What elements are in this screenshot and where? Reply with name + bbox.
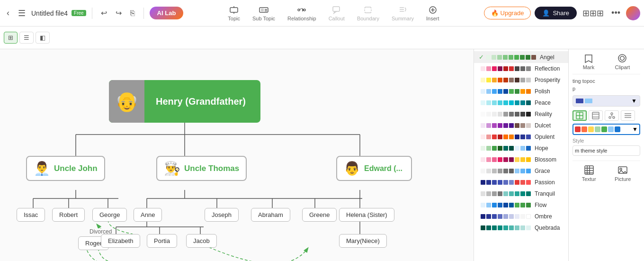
- leaf-helena[interactable]: Helena (Sister): [339, 208, 394, 222]
- back-button[interactable]: ‹: [4, 6, 12, 20]
- right-text2: p: [572, 86, 640, 91]
- theme-angel[interactable]: ✓ Angel: [474, 51, 568, 63]
- leaf-george[interactable]: George: [92, 208, 127, 222]
- theme-grace[interactable]: Grace: [474, 165, 568, 177]
- svg-point-50: [611, 113, 613, 115]
- leaf-mary[interactable]: Mary(Niece): [339, 234, 387, 248]
- passion-swatches: [481, 180, 531, 185]
- color-bar-container[interactable]: ▼: [572, 124, 640, 135]
- ai-lab-button[interactable]: AI Lab: [150, 7, 184, 19]
- share-button[interactable]: 👤 Share: [535, 7, 577, 19]
- theme-quebrada-label: Quebrada: [535, 225, 568, 231]
- tool-insert[interactable]: Insert: [420, 3, 445, 23]
- grid-button[interactable]: ⊞⊞⊞: [581, 6, 606, 20]
- tool-callout[interactable]: Callout: [323, 3, 350, 23]
- menu-button[interactable]: ☰: [15, 6, 28, 20]
- right-panel: Mark Clipart ting topoc p ▼: [568, 49, 644, 261]
- theme-hope[interactable]: Hope: [474, 143, 568, 154]
- layout-opt-2[interactable]: [589, 110, 603, 121]
- leaf-abraham[interactable]: Abraham: [251, 208, 290, 222]
- separator1: [92, 8, 92, 19]
- theme-opulent[interactable]: Opulent: [474, 131, 568, 143]
- grace-swatches: [481, 169, 531, 173]
- style-dropdown[interactable]: ▼: [572, 95, 640, 107]
- view-outline-button[interactable]: ◧: [36, 32, 50, 44]
- user-avatar[interactable]: [626, 6, 640, 20]
- view-grid-icon: ⊞: [8, 34, 13, 41]
- theme-peace[interactable]: Peace: [474, 97, 568, 108]
- theme-angel-label: Angel: [540, 54, 568, 61]
- right-panel-top-icons: Mark Clipart: [572, 53, 640, 74]
- theme-dulcet[interactable]: Dulcet: [474, 120, 568, 131]
- upgrade-button[interactable]: 🔥 Upgrade: [484, 7, 531, 19]
- theme-reality[interactable]: Reality: [474, 108, 568, 120]
- tool-callout-label: Callout: [329, 16, 345, 21]
- tool-subtopic[interactable]: Sub Topic: [247, 3, 281, 23]
- leaf-issac[interactable]: Issac: [17, 208, 45, 222]
- theme-blossom-label: Blossom: [535, 156, 568, 163]
- uncle-john-node[interactable]: 👨‍💼 Uncle John: [26, 156, 105, 181]
- picture-button[interactable]: Picture: [615, 165, 631, 182]
- theme-polish[interactable]: Polish: [474, 86, 568, 97]
- leaf-joseph[interactable]: Joseph: [205, 208, 239, 222]
- root-node[interactable]: 👴 Henry (Grandfather): [109, 80, 260, 123]
- style-label: Style: [572, 138, 640, 144]
- layout-opt-1[interactable]: [572, 110, 587, 121]
- theme-tranquil[interactable]: Tranquil: [474, 188, 568, 199]
- theme-blossom[interactable]: Blossom: [474, 154, 568, 165]
- angel-swatches: [486, 55, 536, 60]
- theme-reflection-label: Reflection: [535, 65, 568, 72]
- view-grid-button[interactable]: ⊞: [4, 32, 18, 44]
- clipart-button[interactable]: Clipart: [615, 53, 630, 70]
- redo-button[interactable]: ↪: [113, 7, 125, 19]
- edward-avatar: 👨: [344, 161, 360, 176]
- second-toolbar: ⊞ ☰ ◧: [0, 27, 644, 49]
- uncle-thomas-node[interactable]: 👨‍🍳 Uncle Thomas: [156, 156, 247, 181]
- theme-ombre-label: Ombre: [535, 213, 568, 220]
- leaf-elizabeth[interactable]: Elizabeth: [101, 234, 140, 248]
- canvas[interactable]: 👴 Henry (Grandfather) 👨‍💼 Uncle John 👨‍🍳…: [0, 49, 474, 261]
- edward-node[interactable]: 👨 Edward (...: [336, 156, 412, 181]
- tool-boundary[interactable]: Boundary: [351, 3, 385, 23]
- leaf-robert[interactable]: Robert: [52, 208, 85, 222]
- tool-summary[interactable]: Summary: [386, 3, 420, 23]
- mark-button[interactable]: Mark: [583, 53, 594, 70]
- theme-prosperity[interactable]: Prosperity: [474, 74, 568, 86]
- toolbar-center: Topic Sub Topic Relationship: [185, 3, 482, 23]
- theme-passion[interactable]: Passion: [474, 177, 568, 188]
- theme-quebrada[interactable]: Quebrada: [474, 222, 568, 234]
- toolbar-right: 🔥 Upgrade 👤 Share ⊞⊞⊞ •••: [484, 6, 640, 20]
- view-list-button[interactable]: ☰: [19, 32, 34, 44]
- leaf-anne[interactable]: Anne: [134, 208, 162, 222]
- color-bar-arrow: ▼: [632, 126, 638, 133]
- theme-flow[interactable]: Flow: [474, 199, 568, 211]
- more-button[interactable]: •••: [609, 6, 622, 20]
- theme-ombre[interactable]: Ombre: [474, 211, 568, 222]
- apply-theme-button[interactable]: m theme style: [572, 145, 640, 156]
- tool-boundary-label: Boundary: [357, 16, 379, 21]
- polish-swatches: [481, 89, 531, 94]
- quebrada-swatches: [481, 225, 531, 230]
- leaf-jacob[interactable]: Jacob: [186, 234, 217, 248]
- leaf-greene[interactable]: Greene: [302, 208, 337, 222]
- undo-button[interactable]: ↩: [98, 7, 110, 19]
- tool-topic[interactable]: Topic: [222, 3, 246, 23]
- theme-opulent-label: Opulent: [535, 134, 568, 140]
- main-toolbar: ‹ ☰ Untitled file4 Free ↩ ↪ ⎘ AI Lab Top…: [0, 0, 644, 27]
- theme-reflection[interactable]: Reflection: [474, 63, 568, 74]
- opulent-swatches: [481, 135, 531, 139]
- leaf-portia[interactable]: Portia: [147, 234, 177, 248]
- right-text1: ting topoc: [572, 78, 640, 84]
- svg-point-64: [620, 168, 622, 170]
- textur-button[interactable]: Textur: [582, 165, 596, 182]
- layout-options: [572, 110, 640, 121]
- tool-relationship-label: Relationship: [287, 16, 316, 21]
- theme-peace-label: Peace: [535, 99, 568, 106]
- tool-relationship[interactable]: Relationship: [282, 3, 322, 23]
- layout-opt-4[interactable]: [621, 110, 635, 121]
- layout-opt-3[interactable]: [605, 110, 619, 121]
- tool-subtopic-label: Sub Topic: [252, 16, 275, 21]
- copy-button[interactable]: ⎘: [127, 7, 138, 19]
- edward-label: Edward (...: [364, 164, 402, 173]
- svg-point-53: [613, 117, 615, 118]
